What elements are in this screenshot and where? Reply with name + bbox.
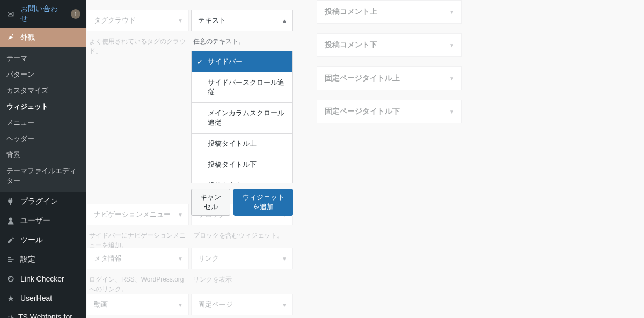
chooser-item-sidebar-scroll[interactable]: サイドバースクロール追従 xyxy=(192,72,292,103)
chevron-down-icon: ▼ xyxy=(178,18,183,24)
widget-page-header[interactable]: 固定ページ ▼ xyxy=(191,294,293,315)
gear-icon xyxy=(5,312,14,318)
widget-text-title: テキスト xyxy=(198,16,226,24)
sub-menus[interactable]: メニュー xyxy=(0,115,86,131)
chevron-down-icon: ▼ xyxy=(449,9,455,15)
area-label: 固定ページタイトル下 xyxy=(325,107,400,115)
widget-text-open: テキスト ▲ 任意のテキスト。 サイドバー サイドバースクロール追従 メインカラ… xyxy=(191,10,293,216)
plug-icon xyxy=(5,196,16,207)
star-icon: ★ xyxy=(5,293,16,304)
chevron-down-icon: ▼ xyxy=(449,109,455,115)
chevron-down-icon: ▼ xyxy=(449,42,455,48)
user-icon xyxy=(5,216,16,226)
chooser-item-post-body-top[interactable]: 投稿本文上 xyxy=(192,175,292,183)
chooser-buttons: キャンセル ウィジェットを追加 xyxy=(191,189,293,216)
widget-link-block: リンク ▼ リンクを表示 xyxy=(191,248,293,294)
sidebar-label-appearance: 外観 xyxy=(20,33,35,42)
sidebar-label-linkchecker: Link Checker xyxy=(20,275,64,283)
sidebar-item-userheat[interactable]: ★ UserHeat xyxy=(0,289,86,308)
chevron-down-icon: ▼ xyxy=(178,212,183,218)
admin-sidebar: ✉ お問い合わせ 1 外観 テーマ パターン カスタマイズ ウィジェット メニュ… xyxy=(0,0,86,318)
widget-video-title: 動画 xyxy=(94,300,108,308)
chevron-down-icon: ▼ xyxy=(449,76,455,82)
sub-background[interactable]: 背景 xyxy=(0,147,86,163)
area-post-comment-top[interactable]: 投稿コメント上 ▼ xyxy=(317,0,462,24)
widget-tagcloud-title: タグクラウド xyxy=(94,16,136,24)
wrench-icon xyxy=(5,235,16,246)
chooser-item-post-title-top[interactable]: 投稿タイトル上 xyxy=(192,134,292,154)
contact-count-badge: 1 xyxy=(71,9,80,19)
sidebar-label-contact: お問い合わせ xyxy=(20,4,64,24)
widget-link-desc: リンクを表示 xyxy=(191,269,293,294)
sidebar-item-tools[interactable]: ツール xyxy=(0,231,86,250)
sidebar-item-linkchecker[interactable]: Link Checker xyxy=(0,269,86,289)
widget-area-chooser[interactable]: サイドバー サイドバースクロール追従 メインカラムスクロール追従 投稿タイトル上… xyxy=(191,51,293,183)
area-page-title-top[interactable]: 固定ページタイトル上 ▼ xyxy=(317,66,462,90)
sidebar-item-settings[interactable]: 設定 xyxy=(0,250,86,269)
sub-patterns[interactable]: パターン xyxy=(0,66,86,83)
main-content: タグクラウド ▼ よく使用されているタグのクラウド。 投稿コメント上 ▼ 投稿コ… xyxy=(86,0,644,318)
widget-link-header[interactable]: リンク ▼ xyxy=(191,248,293,269)
widget-tagcloud-desc: よく使用されているタグのクラウド。 xyxy=(87,31,189,65)
sidebar-item-appearance[interactable]: 外観 xyxy=(0,28,86,47)
area-label: 投稿コメント上 xyxy=(325,7,377,16)
sidebar-label-settings: 設定 xyxy=(20,255,35,264)
widget-video-block: 動画 ▼ xyxy=(87,294,189,315)
widget-text-header[interactable]: テキスト ▲ xyxy=(191,10,293,31)
widget-tagcloud-header[interactable]: タグクラウド ▼ xyxy=(87,10,189,31)
widget-text-desc: 任意のテキスト。 xyxy=(191,31,293,51)
chevron-down-icon: ▼ xyxy=(178,256,183,262)
area-post-comment-bottom[interactable]: 投稿コメント下 ▼ xyxy=(317,33,462,57)
available-widgets-col-left: タグクラウド ▼ よく使用されているタグのクラウド。 xyxy=(87,0,189,65)
chevron-down-icon: ▼ xyxy=(282,256,287,262)
sidebar-item-contact[interactable]: ✉ お問い合わせ 1 xyxy=(0,0,86,28)
sidebar-submenu-appearance: テーマ パターン カスタマイズ ウィジェット メニュー ヘッダー 背景 テーマフ… xyxy=(0,47,86,192)
sidebar-item-users[interactable]: ユーザー xyxy=(0,211,86,231)
widget-navmenu-header[interactable]: ナビゲーションメニュー ▼ xyxy=(87,204,189,225)
area-label: 投稿コメント下 xyxy=(325,40,377,49)
sub-theme-editor[interactable]: テーマファイルエディター xyxy=(0,163,86,189)
sidebar-label-users: ユーザー xyxy=(20,216,50,226)
widget-video-header[interactable]: 動画 ▼ xyxy=(87,294,189,315)
chevron-down-icon: ▼ xyxy=(282,302,287,308)
area-label: 固定ページタイトル上 xyxy=(325,73,400,82)
sub-customize[interactable]: カスタマイズ xyxy=(0,83,86,99)
widget-areas-col: 投稿コメント上 ▼ 投稿コメント下 ▼ 固定ページタイトル上 ▼ 固定ページタイ… xyxy=(317,0,462,133)
chevron-up-icon: ▲ xyxy=(282,18,287,24)
widget-meta-title: メタ情報 xyxy=(94,254,122,262)
mail-icon: ✉ xyxy=(5,9,16,19)
sub-themes[interactable]: テーマ xyxy=(0,50,86,66)
sidebar-item-tswebfonts[interactable]: TS Webfonts for XSERVER xyxy=(0,308,86,318)
sub-header[interactable]: ヘッダー xyxy=(0,131,86,147)
sidebar-label-tswebfonts: TS Webfonts for XSERVER xyxy=(18,312,80,318)
widget-page-block: 固定ページ ▼ xyxy=(191,294,293,315)
brush-icon xyxy=(5,32,16,43)
area-page-title-bottom[interactable]: 固定ページタイトル下 ▼ xyxy=(317,100,462,123)
sidebar-label-tools: ツール xyxy=(20,235,43,245)
widget-navmenu-title: ナビゲーションメニュー xyxy=(94,210,171,218)
chooser-item-main-scroll[interactable]: メインカラムスクロール追従 xyxy=(192,103,292,134)
chooser-item-post-title-bot[interactable]: 投稿タイトル下 xyxy=(192,154,292,175)
widget-meta-header[interactable]: メタ情報 ▼ xyxy=(87,248,189,269)
widget-page-title: 固定ページ xyxy=(198,300,233,308)
sub-widgets[interactable]: ウィジェット xyxy=(0,99,86,115)
cancel-button[interactable]: キャンセル xyxy=(191,189,230,216)
sidebar-label-userheat: UserHeat xyxy=(20,294,52,302)
sidebar-label-plugins: プラグイン xyxy=(20,197,58,206)
chevron-down-icon: ▼ xyxy=(178,302,183,308)
widget-block-desc: ブロックを含むウィジェット。 xyxy=(191,225,293,250)
chooser-item-sidebar[interactable]: サイドバー xyxy=(192,51,292,72)
sidebar-item-plugins[interactable]: プラグイン xyxy=(0,192,86,211)
widget-link-title: リンク xyxy=(198,254,219,262)
link-icon xyxy=(5,273,16,284)
sliders-icon xyxy=(5,254,16,265)
add-widget-button[interactable]: ウィジェットを追加 xyxy=(233,189,293,216)
